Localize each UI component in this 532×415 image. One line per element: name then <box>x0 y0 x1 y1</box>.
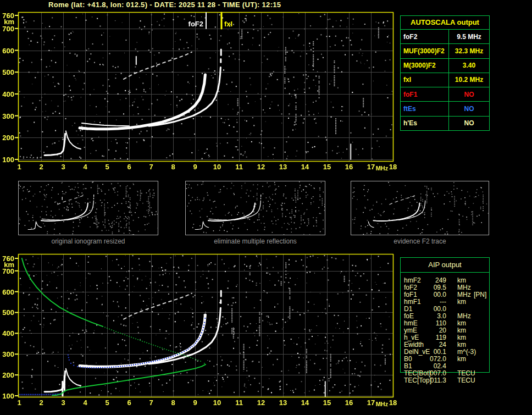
aip-row-ymE: ymE20km <box>400 327 490 334</box>
aip-row-foF1: foF100.0MHz[PN] <box>400 291 490 298</box>
ftEs-label: ftEs <box>401 102 449 115</box>
thumbnail-evidence-canvas <box>351 181 489 235</box>
M3000-label: M(3000)F2 <box>401 59 449 73</box>
M3000-value: 3.40 <box>449 59 489 73</box>
aip-row-DelN_vE: DelN_vE00.1m^(-3) <box>400 348 490 355</box>
aip-row-foE: foE3.0MHz <box>400 312 490 319</box>
foF2-label: foF2 <box>401 30 449 43</box>
aip-row-hmF2: hmF2249km <box>400 276 490 284</box>
autoscala-row-M3000: M(3000)F2 3.40 <box>401 59 489 73</box>
aip-row-D1: D100.0 <box>400 305 490 312</box>
foF1-value: NO <box>449 87 489 101</box>
foF1-label: foF1 <box>401 87 449 101</box>
autoscala-app: Rome (lat: +41.8, lon: 012.5) - DATE: 20… <box>0 0 532 415</box>
autoscala-table-header: AUTOSCALA output <box>401 16 489 30</box>
autoscala-row-hEs: h'Es NO <box>401 117 489 130</box>
thumbnail-caption-eliminate: eliminate multiple reflections <box>185 237 325 245</box>
aip-table-rows: hmF2249km foF209.5MHz foF100.0MHz[PN] hm… <box>400 276 490 384</box>
page-title: Rome (lat: +41.8, lon: 012.5) - DATE: 20… <box>48 1 281 9</box>
autoscala-row-fxI: fxI 10.2 MHz <box>401 73 489 87</box>
autoscala-row-MUF: MUF(3000)F2 32.3 MHz <box>401 44 489 58</box>
autoscala-output-table: AUTOSCALA output foF2 9.5 MHz MUF(3000)F… <box>400 15 490 131</box>
aip-row-TECTop: TEC[Top]011.3TECU <box>400 377 490 384</box>
MUF-value: 32.3 MHz <box>449 44 489 58</box>
fxI-value: 10.2 MHz <box>449 73 489 87</box>
hEs-label: h'Es <box>401 117 449 130</box>
ftEs-value: NO <box>449 102 489 115</box>
autoscala-row-foF1: foF1 NO <box>401 87 489 102</box>
aip-row-TECBot: TEC[Bot]007.0TECU <box>400 369 490 377</box>
aip-row-hmF1: hmF1---km <box>400 298 490 305</box>
top-ionogram-plot <box>0 11 398 174</box>
thumbnail-caption-evidence: evidence F2 trace <box>351 237 489 245</box>
autoscala-row-foF2: foF2 9.5 MHz <box>401 30 489 44</box>
thumbnail-original-canvas <box>19 181 158 235</box>
thumbnail-eliminate-canvas <box>186 181 325 235</box>
thumbnail-eliminate-reflections <box>185 181 325 235</box>
aip-row-Ewidth: Ewidth24km <box>400 341 490 348</box>
aip-row-h_vE: h_vE119km <box>400 334 490 341</box>
aip-row-B0: B0072.0km <box>400 355 490 362</box>
aip-row-hmE: hmE110km <box>400 319 490 327</box>
aip-row-foF2: foF209.5MHz <box>400 284 490 291</box>
thumbnail-original-ionogram <box>18 181 158 235</box>
aip-row-B1: B102.4 <box>400 362 490 369</box>
fxI-label: fxI <box>401 73 449 87</box>
foF2-value: 9.5 MHz <box>449 30 489 43</box>
hEs-value: NO <box>449 117 489 130</box>
aip-table-header: AIP output <box>401 258 489 273</box>
thumbnail-caption-original: original ionogram resized <box>18 237 158 245</box>
autoscala-row-ftEs: ftEs NO <box>401 102 489 116</box>
bottom-ionogram-plot <box>0 251 398 415</box>
thumbnail-evidence-f2 <box>351 181 489 235</box>
MUF-label: MUF(3000)F2 <box>401 44 449 58</box>
